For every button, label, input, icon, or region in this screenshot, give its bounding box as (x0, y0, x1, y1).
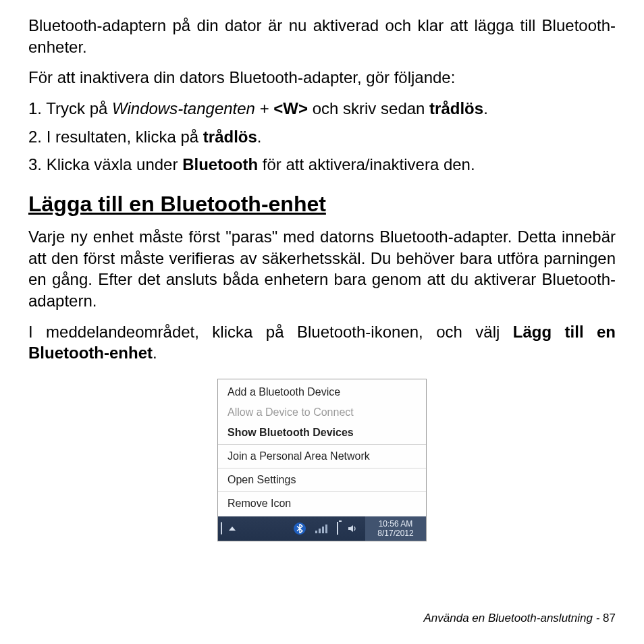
step-3-end: för att aktivera/inaktivera den. (258, 155, 475, 173)
bluetooth-tray-icon[interactable] (294, 522, 306, 535)
menu-add-bt-device[interactable]: Add a Bluetooth Device (218, 382, 426, 402)
taskbar-clock[interactable]: 10:56 AM 8/17/2012 (365, 516, 426, 541)
menu-remove-icon[interactable]: Remove Icon (218, 493, 426, 514)
intro-paragraph: Bluetooth-adaptern på din dator är nu ak… (28, 15, 616, 57)
menu-join-pan[interactable]: Join a Personal Area Network (218, 446, 426, 466)
chevron-up-icon[interactable] (229, 527, 236, 531)
step-3-prefix: 3. Klicka växla under (28, 155, 182, 173)
clock-time: 10:56 AM (372, 519, 419, 529)
step-3: 3. Klicka växla under Bluetooth för att … (28, 154, 616, 176)
step-2: 2. I resultaten, klicka på trådlös. (28, 126, 616, 148)
menu-separator-3 (218, 491, 426, 492)
steps-list: 1. Tryck på Windows-tangenten + <W> och … (28, 98, 616, 176)
network-signal-icon[interactable] (315, 524, 327, 533)
menu-show-bt-devices[interactable]: Show Bluetooth Devices (218, 423, 426, 443)
footer-page-number: 87 (603, 612, 616, 624)
menu-allow-connect: Allow a Device to Connect (218, 402, 426, 423)
page-footer: Använda en Bluetooth-anslutning - 87 (424, 612, 616, 625)
bluetooth-bold: Bluetooth (182, 155, 258, 173)
step-2-prefix: 2. I resultaten, klicka på (28, 128, 203, 146)
taskbar: 10:56 AM 8/17/2012 (218, 516, 426, 541)
clock-date: 8/17/2012 (372, 529, 419, 538)
step-1-plus: + (255, 99, 273, 117)
keyboard-icon[interactable] (221, 522, 222, 535)
context-menu: Add a Bluetooth Device Allow a Device to… (218, 379, 426, 516)
disable-intro: För att inaktivera din dators Bluetooth-… (28, 67, 616, 88)
notif-end: . (153, 344, 157, 362)
section-heading-add-bt: Lägga till en Bluetooth-enhet (28, 192, 616, 217)
menu-separator-1 (218, 444, 426, 445)
battery-icon[interactable] (337, 522, 338, 535)
step-2-end: . (257, 128, 262, 146)
step-1: 1. Tryck på Windows-tangenten + <W> och … (28, 98, 616, 119)
menu-separator-2 (218, 468, 426, 468)
step-1-prefix: 1. Tryck på (28, 99, 112, 117)
windows-key-text: Windows-tangenten (112, 99, 255, 117)
footer-title: Använda en Bluetooth-anslutning - (424, 612, 603, 624)
notif-text-a: I meddelandeområdet, klicka på Bluetooth… (28, 323, 513, 341)
tradlos-bold-2: trådlös (203, 128, 257, 146)
pair-paragraph: Varje ny enhet måste först "paras" med d… (28, 226, 616, 312)
tradlos-bold-1: trådlös (429, 99, 483, 117)
step-1-end: . (483, 99, 488, 117)
step-1-mid: och skriv sedan (308, 99, 429, 117)
w-key-text: <W> (273, 99, 308, 117)
bluetooth-context-screenshot: Add a Bluetooth Device Allow a Device to… (217, 379, 427, 541)
speaker-icon[interactable] (348, 524, 357, 533)
notification-paragraph: I meddelandeområdet, klicka på Bluetooth… (28, 321, 616, 364)
menu-open-settings[interactable]: Open Settings (218, 470, 426, 490)
